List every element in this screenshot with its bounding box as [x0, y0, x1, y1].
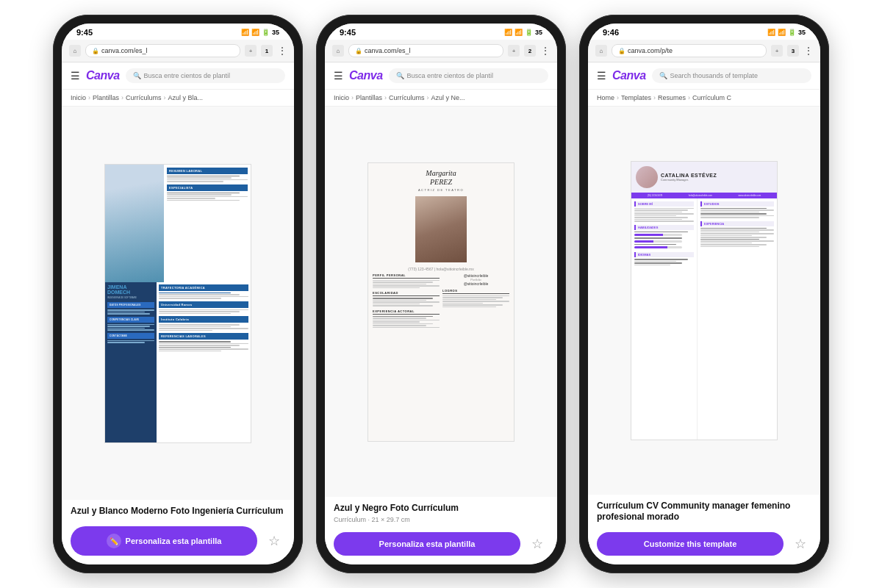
customize-label-1: Personaliza esta plantilla [126, 537, 222, 545]
url-bar-1[interactable]: 🔒 canva.com/es_l [85, 44, 240, 57]
bc-inicio-2[interactable]: Inicio [334, 94, 349, 101]
resume-photo-2 [415, 196, 467, 262]
resume-photo-3 [636, 166, 658, 188]
browser-bar-1: ⌂ 🔒 canva.com/es_l + 1 ⋮ [62, 40, 294, 62]
phone-3-wrapper: 9:46 📶 📶 🔋 35 ⌂ 🔒 canva.com/p/te + 3 ⋮ [579, 15, 829, 573]
phone-3-screen: 9:46 📶 📶 🔋 35 ⌂ 🔒 canva.com/p/te + 3 ⋮ [588, 24, 820, 564]
breadcrumb-3: Home › Templates › Resumes › Currículum … [588, 90, 820, 107]
person-photo-1 [105, 165, 164, 282]
bc-current-2: Azul y Ne... [431, 94, 465, 101]
resume-job-2: ACTRIZ DE TEATRO [418, 188, 464, 192]
phone-1-screen: 9:45 📶 📶 🔋 35 ⌂ 🔒 canva.com/es_l + 1 ⋮ [62, 24, 294, 564]
bc-resumes-3[interactable]: Resumes [658, 94, 686, 101]
status-icons-1: 📶 📶 🔋 35 [241, 29, 279, 36]
breadcrumb-1: Inicio › Plantillas › Currículums › Azul… [62, 90, 294, 107]
home-btn-1[interactable]: ⌂ [69, 45, 81, 57]
menu-dots-1[interactable]: ⋮ [277, 45, 287, 57]
status-time-1: 9:45 [76, 28, 93, 37]
new-tab-btn-3[interactable]: + [771, 45, 783, 57]
canva-nav-3: ☰ Canva 🔍 Search thousands of template [588, 62, 820, 90]
template-info-2: Azul y Negro Foto Currículum Currículum … [325, 497, 557, 526]
template-preview-3: CATALINA ESTÉVEZ Community Manager. (55)… [588, 107, 820, 495]
customize-bar-3: Customize this template ☆ [588, 526, 820, 564]
resume-template-2: MargaritaPEREZ ACTRIZ DE TEATRO (773) 12… [368, 162, 514, 442]
tab-badge-3[interactable]: 3 [787, 45, 799, 57]
new-tab-btn-2[interactable]: + [508, 45, 520, 57]
search-bar-3[interactable]: 🔍 Search thousands of template [652, 68, 811, 83]
breadcrumb-2: Inicio › Plantillas › Currículums › Azul… [325, 90, 557, 107]
lock-icon-2: 🔒 [355, 48, 362, 54]
phone-1-wrapper: 9:45 📶 📶 🔋 35 ⌂ 🔒 canva.com/es_l + 1 ⋮ [53, 15, 303, 573]
bc-current-1: Azul y Bla... [168, 94, 204, 101]
customize-btn-1[interactable]: ✏️ Personaliza esta plantilla [71, 526, 257, 556]
customize-btn-2[interactable]: Personaliza esta plantilla [334, 532, 520, 556]
customize-label-2: Personaliza esta plantilla [379, 539, 476, 548]
contact-bar-3: (55) 1234-5678 hola@sitioincrleible.com … [631, 193, 777, 198]
customize-label-3: Customize this template [644, 539, 737, 548]
home-btn-2[interactable]: ⌂ [332, 45, 344, 57]
canva-logo-1[interactable]: Canva [86, 69, 120, 82]
canva-logo-2[interactable]: Canva [349, 69, 383, 82]
hamburger-icon-2[interactable]: ☰ [334, 70, 343, 82]
resume-job-1: INGENIERÍA DE SOFTWARE [107, 296, 154, 299]
phone-1: 9:45 📶 📶 🔋 35 ⌂ 🔒 canva.com/es_l + 1 ⋮ [53, 15, 303, 573]
search-placeholder-3: Search thousands of template [670, 72, 759, 79]
url-bar-3[interactable]: 🔒 canva.com/p/te [612, 44, 767, 57]
resume-name-1: JIMENADOMECH [107, 284, 154, 295]
hamburger-icon-3[interactable]: ☰ [597, 70, 606, 82]
customize-bar-2: Personaliza esta plantilla ☆ [325, 526, 557, 564]
resume-section-2: ESPECIALISTA [167, 184, 248, 191]
status-bar-2: 9:45 📶 📶 🔋 35 [325, 24, 557, 40]
search-bar-2[interactable]: 🔍 Busca entre cientos de plantil [389, 68, 548, 83]
resume-template-1: RESUMEN LABORAL ESPECIALISTA [104, 164, 251, 443]
bc-curriculum-2[interactable]: Currículums [389, 94, 425, 101]
status-bar-1: 9:45 📶 📶 🔋 35 [62, 24, 294, 40]
bc-plantillas-1[interactable]: Plantillas [93, 94, 119, 101]
url-text-3: canva.com/p/te [628, 47, 673, 54]
star-btn-2[interactable]: ☆ [526, 533, 548, 555]
url-text-2: canva.com/es_l [365, 47, 411, 54]
resume-section-1: RESUMEN LABORAL [167, 168, 248, 174]
resume-name-2: MargaritaPEREZ [426, 169, 456, 187]
menu-dots-2[interactable]: ⋮ [540, 45, 550, 57]
status-icons-3: 📶 📶 🔋 35 [767, 29, 806, 36]
template-title-2: Azul y Negro Foto Currículum [334, 503, 548, 514]
phone-2: 9:45 📶 📶 🔋 35 ⌂ 🔒 canva.com/es_l + 2 ⋮ [316, 15, 566, 573]
bc-templates-3[interactable]: Templates [621, 94, 651, 101]
phone-3: 9:46 📶 📶 🔋 35 ⌂ 🔒 canva.com/p/te + 3 ⋮ [579, 15, 829, 573]
search-icon-2: 🔍 [396, 72, 404, 79]
url-text-1: canva.com/es_l [101, 47, 148, 54]
search-bar-1[interactable]: 🔍 Busca entre cientos de plantil [126, 68, 285, 83]
bc-current-3: Currículum C [692, 94, 731, 101]
lock-icon-1: 🔒 [92, 48, 99, 54]
new-tab-btn-1[interactable]: + [245, 45, 257, 57]
search-icon-3: 🔍 [659, 72, 667, 79]
customize-bar-1: ✏️ Personaliza esta plantilla ☆ [62, 520, 294, 564]
template-title-3: Currículum CV Community manager femenino… [597, 501, 811, 523]
search-placeholder-1: Busca entre cientos de plantil [144, 72, 231, 79]
canva-logo-3[interactable]: Canva [612, 69, 646, 82]
edit-icon-1: ✏️ [107, 534, 121, 548]
home-btn-3[interactable]: ⌂ [595, 45, 607, 57]
bc-inicio-1[interactable]: Inicio [71, 94, 86, 101]
tab-badge-1[interactable]: 1 [261, 45, 273, 57]
template-info-1: Azul y Blanco Moderno Foto Ingeniería Cu… [62, 500, 294, 520]
bc-curriculum-1[interactable]: Currículums [126, 94, 162, 101]
menu-dots-3[interactable]: ⋮ [803, 45, 813, 57]
star-btn-1[interactable]: ☆ [263, 530, 285, 552]
template-subtitle-2: Currículum · 21 × 29.7 cm [334, 516, 548, 523]
customize-btn-3[interactable]: Customize this template [597, 532, 784, 556]
bc-plantillas-2[interactable]: Plantillas [356, 94, 382, 101]
star-btn-3[interactable]: ☆ [789, 533, 811, 555]
resume-job-3: Community Manager. [661, 178, 772, 182]
tab-badge-2[interactable]: 2 [524, 45, 536, 57]
browser-bar-2: ⌂ 🔒 canva.com/es_l + 2 ⋮ [325, 40, 557, 62]
search-placeholder-2: Busca entre cientos de plantil [407, 72, 494, 79]
phone-2-wrapper: 9:45 📶 📶 🔋 35 ⌂ 🔒 canva.com/es_l + 2 ⋮ [316, 15, 566, 573]
hamburger-icon-1[interactable]: ☰ [71, 70, 80, 82]
bc-home-3[interactable]: Home [597, 94, 614, 101]
resume-template-3: CATALINA ESTÉVEZ Community Manager. (55)… [631, 161, 778, 440]
template-preview-2: MargaritaPEREZ ACTRIZ DE TEATRO (773) 12… [325, 107, 557, 497]
url-bar-2[interactable]: 🔒 canva.com/es_l [348, 44, 503, 57]
template-info-3: Currículum CV Community manager femenino… [588, 495, 820, 526]
